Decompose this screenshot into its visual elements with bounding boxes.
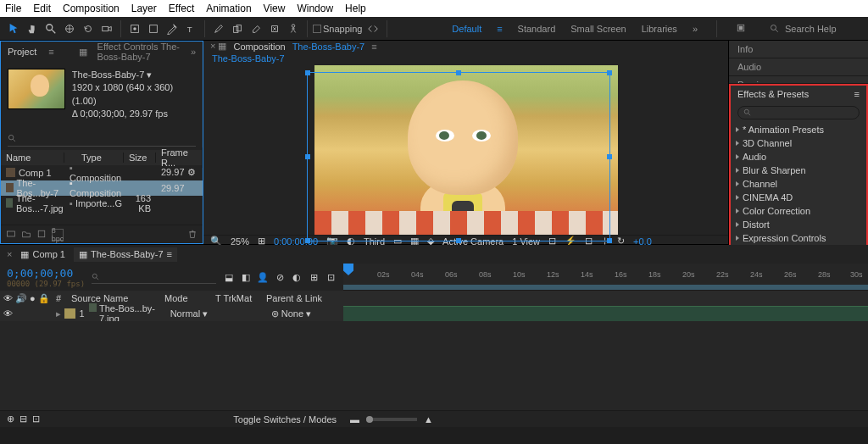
draft-3d-icon[interactable]: ◧: [240, 271, 252, 283]
hand-tool[interactable]: [24, 20, 41, 37]
frame-blend-icon[interactable]: ⊘: [274, 271, 286, 283]
svg-point-4: [133, 27, 136, 31]
menu-animation[interactable]: Animation: [206, 3, 251, 14]
zoom-tool[interactable]: [42, 20, 59, 37]
effects-panel-menu-icon[interactable]: ≡: [854, 89, 860, 99]
expand-transform-icon[interactable]: ⊕: [7, 413, 14, 425]
shy-icon[interactable]: 👤: [257, 271, 269, 283]
effects-category[interactable]: Blur & Sharpen: [731, 164, 866, 177]
project-thumbnail: [8, 69, 65, 109]
menu-view[interactable]: View: [264, 3, 286, 14]
workspace-menu-icon[interactable]: ≡: [497, 24, 502, 34]
workspace-standard[interactable]: Standard: [518, 24, 556, 34]
snapping-checkbox[interactable]: [313, 25, 321, 33]
effects-search[interactable]: [737, 106, 860, 119]
video-switch-icon: 👁: [3, 293, 13, 304]
audio-switch-icon: 🔊: [15, 293, 27, 304]
effects-category[interactable]: Audio: [731, 150, 866, 164]
zoom-out-icon[interactable]: ▬: [350, 414, 359, 425]
zoom-slider[interactable]: [366, 418, 417, 421]
svg-point-16: [744, 109, 748, 114]
clone-tool[interactable]: [229, 20, 246, 37]
current-timecode[interactable]: 0;00;00;00: [7, 267, 85, 280]
expand-icon: [736, 236, 739, 241]
search-icon: [743, 108, 752, 117]
timeline-tab-active[interactable]: ▦ The-Boss-Baby-7 ≡: [74, 247, 177, 262]
svg-rect-5: [150, 25, 158, 32]
effects-category[interactable]: CINEMA 4D: [731, 191, 866, 204]
project-panel-menu-icon[interactable]: ≡: [48, 47, 53, 57]
selection-tool[interactable]: [5, 20, 22, 37]
puppet-tool[interactable]: [285, 20, 302, 37]
effects-category[interactable]: * Animation Presets: [731, 123, 866, 136]
search-help[interactable]: Search Help: [770, 24, 863, 34]
pan-behind-tool[interactable]: [126, 20, 143, 37]
panel-overflow[interactable]: »: [191, 47, 196, 57]
playhead[interactable]: [343, 264, 353, 275]
time-ruler[interactable]: 02s 04s 06s 08s 10s 12s 14s 16s 18s 20s …: [343, 264, 868, 291]
brainstorm-footer-icon[interactable]: ⊡: [32, 413, 40, 425]
comp-panel-menu-icon[interactable]: ≡: [371, 42, 376, 52]
home-icon[interactable]: [736, 23, 746, 35]
workspace-small-screen[interactable]: Small Screen: [570, 24, 626, 34]
brush-tool[interactable]: [210, 20, 227, 37]
snapping-options-icon[interactable]: [364, 20, 381, 37]
project-search[interactable]: [8, 131, 196, 147]
project-row[interactable]: The-Bos...-7.jpg ▪ Importe...G 163 KB: [1, 196, 203, 211]
layer-duration-bar[interactable]: [343, 306, 868, 321]
menu-effect[interactable]: Effect: [169, 3, 194, 14]
camera-tool[interactable]: [98, 20, 115, 37]
comp-mini-flowchart-icon[interactable]: ⬓: [223, 271, 235, 283]
flowchart-path[interactable]: The-Boss-Baby-7: [203, 52, 728, 65]
new-folder-icon[interactable]: [21, 229, 31, 241]
audio-panel-tab[interactable]: Audio: [729, 58, 868, 76]
menu-layer[interactable]: Layer: [131, 3, 157, 14]
rotate-tool[interactable]: [80, 20, 97, 37]
timeline-search[interactable]: [92, 270, 216, 284]
composition-viewer[interactable]: [203, 65, 728, 235]
new-comp-icon[interactable]: [36, 229, 47, 241]
orbit-tool[interactable]: [61, 20, 78, 37]
effects-category[interactable]: Channel: [731, 177, 866, 191]
zoom-in-icon[interactable]: ▲: [424, 414, 433, 425]
eraser-tool[interactable]: [248, 20, 264, 37]
type-tool[interactable]: T: [182, 20, 199, 37]
current-frame: 00000 (29.97 fps): [7, 280, 85, 288]
render-queue-icon[interactable]: ⊟: [19, 413, 27, 425]
effect-controls-tab[interactable]: Effect Controls The-Boss-Baby-7: [97, 42, 181, 62]
effects-category[interactable]: Expression Controls: [731, 231, 866, 245]
bpc-button[interactable]: 8 bpc: [52, 229, 64, 241]
layer-color[interactable]: [64, 308, 76, 319]
brainstorm-icon[interactable]: ⊡: [325, 271, 337, 283]
roto-tool[interactable]: [266, 20, 283, 37]
workspace-overflow[interactable]: »: [693, 24, 698, 34]
preview-panel-tab[interactable]: Preview: [729, 76, 868, 84]
menu-help[interactable]: Help: [345, 3, 366, 14]
delete-icon[interactable]: [187, 229, 198, 241]
workspace-libraries[interactable]: Libraries: [642, 24, 677, 34]
menu-window[interactable]: Window: [297, 3, 333, 14]
motion-blur-icon[interactable]: ◐: [291, 271, 303, 283]
snapping-label: Snapping: [323, 24, 363, 34]
shape-tool[interactable]: [145, 20, 162, 37]
svg-text:T: T: [187, 25, 192, 34]
menu-composition[interactable]: Composition: [63, 3, 120, 14]
info-panel-tab[interactable]: Info: [729, 41, 868, 58]
svg-point-9: [292, 24, 295, 27]
project-tab[interactable]: Project: [8, 47, 36, 57]
effects-category[interactable]: Color Correction: [731, 204, 866, 218]
timeline-layer[interactable]: 👁 ▸ 1 The-Bos...by-7.jpg Normal ▾ ⊚ None…: [0, 306, 868, 321]
pen-tool[interactable]: [164, 20, 181, 37]
effects-category[interactable]: 3D Channel: [731, 136, 866, 150]
menu-edit[interactable]: Edit: [33, 3, 51, 14]
workspace-default[interactable]: Default: [452, 24, 481, 34]
toggle-switches-button[interactable]: Toggle Switches / Modes: [233, 414, 337, 425]
video-on-icon[interactable]: 👁: [3, 308, 13, 319]
graph-editor-icon[interactable]: ⊞: [308, 271, 320, 283]
interpret-footage-icon[interactable]: [6, 229, 16, 241]
effects-category[interactable]: Distort: [731, 218, 866, 231]
timeline-tab-comp1[interactable]: ▦ Comp 1: [20, 249, 65, 260]
menu-file[interactable]: File: [5, 3, 21, 14]
composition-name[interactable]: The-Boss-Baby-7: [292, 42, 365, 52]
timeline-empty-area[interactable]: [0, 321, 868, 410]
